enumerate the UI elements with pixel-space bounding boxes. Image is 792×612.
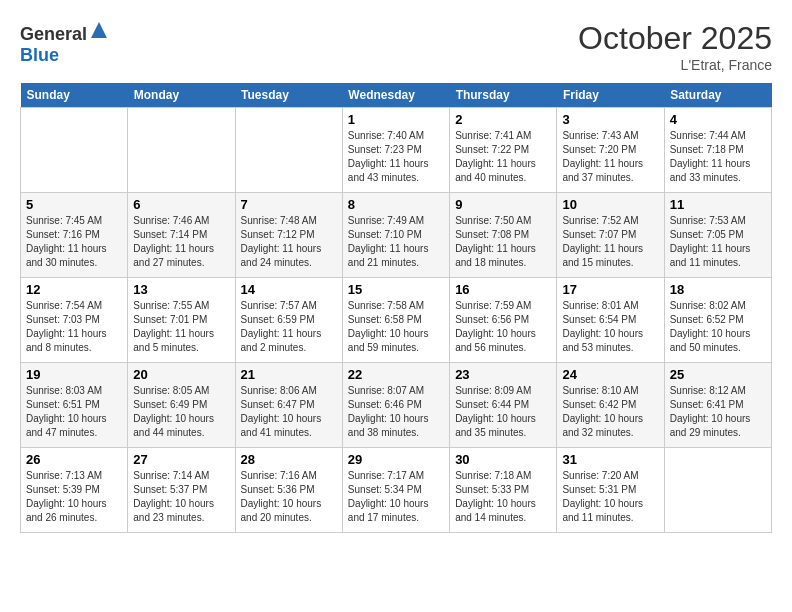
day-number: 2 [455,112,551,127]
calendar-cell: 11Sunrise: 7:53 AM Sunset: 7:05 PM Dayli… [664,193,771,278]
day-header-saturday: Saturday [664,83,771,108]
calendar-cell: 23Sunrise: 8:09 AM Sunset: 6:44 PM Dayli… [450,363,557,448]
day-info: Sunrise: 7:14 AM Sunset: 5:37 PM Dayligh… [133,469,229,525]
svg-marker-0 [91,22,107,38]
logo-blue: Blue [20,45,59,65]
day-info: Sunrise: 8:07 AM Sunset: 6:46 PM Dayligh… [348,384,444,440]
calendar-cell: 14Sunrise: 7:57 AM Sunset: 6:59 PM Dayli… [235,278,342,363]
day-info: Sunrise: 7:59 AM Sunset: 6:56 PM Dayligh… [455,299,551,355]
calendar-cell: 28Sunrise: 7:16 AM Sunset: 5:36 PM Dayli… [235,448,342,533]
day-info: Sunrise: 7:43 AM Sunset: 7:20 PM Dayligh… [562,129,658,185]
location-title: L'Etrat, France [578,57,772,73]
day-number: 14 [241,282,337,297]
calendar-cell: 20Sunrise: 8:05 AM Sunset: 6:49 PM Dayli… [128,363,235,448]
calendar-cell: 21Sunrise: 8:06 AM Sunset: 6:47 PM Dayli… [235,363,342,448]
calendar-week-row: 26Sunrise: 7:13 AM Sunset: 5:39 PM Dayli… [21,448,772,533]
calendar-cell: 13Sunrise: 7:55 AM Sunset: 7:01 PM Dayli… [128,278,235,363]
day-number: 20 [133,367,229,382]
day-number: 8 [348,197,444,212]
calendar-week-row: 12Sunrise: 7:54 AM Sunset: 7:03 PM Dayli… [21,278,772,363]
calendar-week-row: 19Sunrise: 8:03 AM Sunset: 6:51 PM Dayli… [21,363,772,448]
day-number: 7 [241,197,337,212]
day-info: Sunrise: 8:02 AM Sunset: 6:52 PM Dayligh… [670,299,766,355]
day-header-friday: Friday [557,83,664,108]
day-info: Sunrise: 7:20 AM Sunset: 5:31 PM Dayligh… [562,469,658,525]
day-info: Sunrise: 7:55 AM Sunset: 7:01 PM Dayligh… [133,299,229,355]
calendar-cell [664,448,771,533]
logo-icon [89,20,109,40]
day-number: 29 [348,452,444,467]
calendar-cell: 6Sunrise: 7:46 AM Sunset: 7:14 PM Daylig… [128,193,235,278]
calendar-table: SundayMondayTuesdayWednesdayThursdayFrid… [20,83,772,533]
day-info: Sunrise: 8:12 AM Sunset: 6:41 PM Dayligh… [670,384,766,440]
day-info: Sunrise: 7:48 AM Sunset: 7:12 PM Dayligh… [241,214,337,270]
day-number: 30 [455,452,551,467]
day-number: 1 [348,112,444,127]
day-info: Sunrise: 7:44 AM Sunset: 7:18 PM Dayligh… [670,129,766,185]
calendar-cell: 24Sunrise: 8:10 AM Sunset: 6:42 PM Dayli… [557,363,664,448]
calendar-cell: 26Sunrise: 7:13 AM Sunset: 5:39 PM Dayli… [21,448,128,533]
logo-general: General [20,24,87,44]
calendar-cell: 9Sunrise: 7:50 AM Sunset: 7:08 PM Daylig… [450,193,557,278]
day-info: Sunrise: 7:52 AM Sunset: 7:07 PM Dayligh… [562,214,658,270]
calendar-cell [128,108,235,193]
month-title: October 2025 [578,20,772,57]
calendar-cell: 19Sunrise: 8:03 AM Sunset: 6:51 PM Dayli… [21,363,128,448]
day-info: Sunrise: 7:45 AM Sunset: 7:16 PM Dayligh… [26,214,122,270]
calendar-cell: 7Sunrise: 7:48 AM Sunset: 7:12 PM Daylig… [235,193,342,278]
calendar-cell: 16Sunrise: 7:59 AM Sunset: 6:56 PM Dayli… [450,278,557,363]
day-header-monday: Monday [128,83,235,108]
calendar-cell [235,108,342,193]
calendar-cell: 29Sunrise: 7:17 AM Sunset: 5:34 PM Dayli… [342,448,449,533]
logo: General Blue [20,20,109,66]
day-header-tuesday: Tuesday [235,83,342,108]
day-info: Sunrise: 7:54 AM Sunset: 7:03 PM Dayligh… [26,299,122,355]
day-info: Sunrise: 7:13 AM Sunset: 5:39 PM Dayligh… [26,469,122,525]
page-header: General Blue October 2025 L'Etrat, Franc… [20,20,772,73]
day-number: 28 [241,452,337,467]
day-number: 23 [455,367,551,382]
day-info: Sunrise: 8:09 AM Sunset: 6:44 PM Dayligh… [455,384,551,440]
calendar-cell: 31Sunrise: 7:20 AM Sunset: 5:31 PM Dayli… [557,448,664,533]
day-info: Sunrise: 7:49 AM Sunset: 7:10 PM Dayligh… [348,214,444,270]
calendar-cell: 18Sunrise: 8:02 AM Sunset: 6:52 PM Dayli… [664,278,771,363]
day-header-wednesday: Wednesday [342,83,449,108]
day-info: Sunrise: 7:57 AM Sunset: 6:59 PM Dayligh… [241,299,337,355]
day-info: Sunrise: 7:50 AM Sunset: 7:08 PM Dayligh… [455,214,551,270]
calendar-cell: 8Sunrise: 7:49 AM Sunset: 7:10 PM Daylig… [342,193,449,278]
day-number: 10 [562,197,658,212]
day-info: Sunrise: 7:17 AM Sunset: 5:34 PM Dayligh… [348,469,444,525]
day-info: Sunrise: 8:05 AM Sunset: 6:49 PM Dayligh… [133,384,229,440]
calendar-cell: 27Sunrise: 7:14 AM Sunset: 5:37 PM Dayli… [128,448,235,533]
calendar-cell: 4Sunrise: 7:44 AM Sunset: 7:18 PM Daylig… [664,108,771,193]
calendar-week-row: 5Sunrise: 7:45 AM Sunset: 7:16 PM Daylig… [21,193,772,278]
calendar-cell: 10Sunrise: 7:52 AM Sunset: 7:07 PM Dayli… [557,193,664,278]
day-number: 15 [348,282,444,297]
day-info: Sunrise: 7:53 AM Sunset: 7:05 PM Dayligh… [670,214,766,270]
day-number: 6 [133,197,229,212]
day-number: 27 [133,452,229,467]
day-info: Sunrise: 7:16 AM Sunset: 5:36 PM Dayligh… [241,469,337,525]
day-info: Sunrise: 7:40 AM Sunset: 7:23 PM Dayligh… [348,129,444,185]
day-number: 31 [562,452,658,467]
day-header-thursday: Thursday [450,83,557,108]
calendar-cell: 2Sunrise: 7:41 AM Sunset: 7:22 PM Daylig… [450,108,557,193]
calendar-cell: 12Sunrise: 7:54 AM Sunset: 7:03 PM Dayli… [21,278,128,363]
calendar-cell: 30Sunrise: 7:18 AM Sunset: 5:33 PM Dayli… [450,448,557,533]
day-number: 24 [562,367,658,382]
calendar-cell [21,108,128,193]
day-header-sunday: Sunday [21,83,128,108]
day-number: 5 [26,197,122,212]
day-number: 9 [455,197,551,212]
calendar-cell: 17Sunrise: 8:01 AM Sunset: 6:54 PM Dayli… [557,278,664,363]
day-info: Sunrise: 7:46 AM Sunset: 7:14 PM Dayligh… [133,214,229,270]
day-info: Sunrise: 8:03 AM Sunset: 6:51 PM Dayligh… [26,384,122,440]
day-number: 19 [26,367,122,382]
calendar-cell: 5Sunrise: 7:45 AM Sunset: 7:16 PM Daylig… [21,193,128,278]
calendar-week-row: 1Sunrise: 7:40 AM Sunset: 7:23 PM Daylig… [21,108,772,193]
day-info: Sunrise: 7:18 AM Sunset: 5:33 PM Dayligh… [455,469,551,525]
day-number: 4 [670,112,766,127]
day-info: Sunrise: 7:41 AM Sunset: 7:22 PM Dayligh… [455,129,551,185]
day-number: 21 [241,367,337,382]
day-number: 17 [562,282,658,297]
